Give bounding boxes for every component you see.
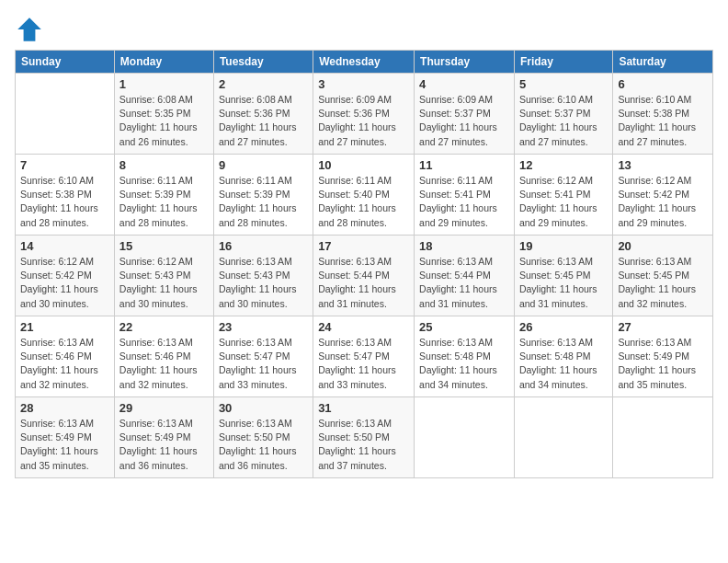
- day-info: Sunrise: 6:13 AM Sunset: 5:45 PM Dayligh…: [618, 255, 708, 311]
- day-info: Sunrise: 6:13 AM Sunset: 5:49 PM Dayligh…: [20, 417, 109, 473]
- calendar-cell: 9Sunrise: 6:11 AM Sunset: 5:39 PM Daylig…: [213, 155, 313, 236]
- calendar-cell: 27Sunrise: 6:13 AM Sunset: 5:49 PM Dayli…: [613, 316, 713, 397]
- day-number: 14: [20, 239, 109, 253]
- day-info: Sunrise: 6:10 AM Sunset: 5:38 PM Dayligh…: [20, 174, 109, 230]
- day-info: Sunrise: 6:13 AM Sunset: 5:47 PM Dayligh…: [318, 336, 409, 392]
- weekday-sunday: Sunday: [16, 51, 115, 74]
- calendar-cell: 5Sunrise: 6:10 AM Sunset: 5:37 PM Daylig…: [514, 74, 612, 155]
- weekday-friday: Friday: [514, 51, 612, 74]
- day-info: Sunrise: 6:08 AM Sunset: 5:36 PM Dayligh…: [219, 93, 308, 149]
- day-number: 27: [618, 320, 708, 334]
- calendar-cell: 14Sunrise: 6:12 AM Sunset: 5:42 PM Dayli…: [16, 236, 115, 316]
- day-number: 25: [419, 320, 509, 334]
- day-number: 4: [419, 77, 509, 91]
- calendar-cell: 12Sunrise: 6:12 AM Sunset: 5:41 PM Dayli…: [514, 155, 612, 236]
- day-info: Sunrise: 6:12 AM Sunset: 5:42 PM Dayligh…: [618, 174, 708, 230]
- calendar-cell: 19Sunrise: 6:13 AM Sunset: 5:45 PM Dayli…: [514, 236, 612, 316]
- week-row-4: 21Sunrise: 6:13 AM Sunset: 5:46 PM Dayli…: [16, 316, 713, 397]
- week-row-2: 7Sunrise: 6:10 AM Sunset: 5:38 PM Daylig…: [16, 155, 713, 236]
- day-info: Sunrise: 6:11 AM Sunset: 5:39 PM Dayligh…: [219, 174, 308, 230]
- calendar-body: 1Sunrise: 6:08 AM Sunset: 5:35 PM Daylig…: [16, 74, 713, 478]
- calendar-cell: 4Sunrise: 6:09 AM Sunset: 5:37 PM Daylig…: [415, 74, 515, 155]
- calendar-cell: 17Sunrise: 6:13 AM Sunset: 5:44 PM Dayli…: [313, 236, 415, 316]
- calendar-cell: [514, 397, 612, 478]
- logo: [15, 15, 48, 44]
- day-info: Sunrise: 6:10 AM Sunset: 5:38 PM Dayligh…: [618, 93, 708, 149]
- calendar-cell: 18Sunrise: 6:13 AM Sunset: 5:44 PM Dayli…: [415, 236, 515, 316]
- day-number: 17: [318, 239, 409, 253]
- day-number: 13: [618, 158, 708, 172]
- week-row-5: 28Sunrise: 6:13 AM Sunset: 5:49 PM Dayli…: [16, 397, 713, 478]
- weekday-monday: Monday: [114, 51, 213, 74]
- weekday-saturday: Saturday: [613, 51, 713, 74]
- calendar-cell: 30Sunrise: 6:13 AM Sunset: 5:50 PM Dayli…: [213, 397, 313, 478]
- day-number: 23: [219, 320, 308, 334]
- logo-icon: [15, 15, 44, 44]
- day-info: Sunrise: 6:13 AM Sunset: 5:50 PM Dayligh…: [219, 417, 308, 473]
- calendar-cell: 1Sunrise: 6:08 AM Sunset: 5:35 PM Daylig…: [114, 74, 213, 155]
- calendar-cell: [415, 397, 515, 478]
- day-number: 24: [318, 320, 409, 334]
- day-number: 5: [519, 77, 608, 91]
- day-number: 26: [519, 320, 608, 334]
- weekday-thursday: Thursday: [415, 51, 515, 74]
- day-number: 15: [119, 239, 209, 253]
- day-info: Sunrise: 6:11 AM Sunset: 5:39 PM Dayligh…: [119, 174, 209, 230]
- calendar-cell: 31Sunrise: 6:13 AM Sunset: 5:50 PM Dayli…: [313, 397, 415, 478]
- day-number: 6: [618, 77, 708, 91]
- calendar-cell: 28Sunrise: 6:13 AM Sunset: 5:49 PM Dayli…: [16, 397, 115, 478]
- day-number: 30: [219, 401, 308, 415]
- day-number: 10: [318, 158, 409, 172]
- calendar-cell: 2Sunrise: 6:08 AM Sunset: 5:36 PM Daylig…: [213, 74, 313, 155]
- day-info: Sunrise: 6:12 AM Sunset: 5:41 PM Dayligh…: [519, 174, 608, 230]
- day-info: Sunrise: 6:12 AM Sunset: 5:43 PM Dayligh…: [119, 255, 209, 311]
- day-info: Sunrise: 6:11 AM Sunset: 5:41 PM Dayligh…: [419, 174, 509, 230]
- calendar-cell: 13Sunrise: 6:12 AM Sunset: 5:42 PM Dayli…: [613, 155, 713, 236]
- day-info: Sunrise: 6:09 AM Sunset: 5:36 PM Dayligh…: [318, 93, 409, 149]
- calendar-cell: [613, 397, 713, 478]
- day-number: 21: [20, 320, 109, 334]
- day-number: 9: [219, 158, 308, 172]
- calendar-cell: 11Sunrise: 6:11 AM Sunset: 5:41 PM Dayli…: [415, 155, 515, 236]
- day-number: 22: [119, 320, 209, 334]
- day-number: 7: [20, 158, 109, 172]
- day-number: 8: [119, 158, 209, 172]
- day-number: 16: [219, 239, 308, 253]
- calendar-cell: 21Sunrise: 6:13 AM Sunset: 5:46 PM Dayli…: [16, 316, 115, 397]
- calendar-cell: 16Sunrise: 6:13 AM Sunset: 5:43 PM Dayli…: [213, 236, 313, 316]
- header: [15, 15, 713, 44]
- calendar-cell: 3Sunrise: 6:09 AM Sunset: 5:36 PM Daylig…: [313, 74, 415, 155]
- day-info: Sunrise: 6:08 AM Sunset: 5:35 PM Dayligh…: [119, 93, 209, 149]
- week-row-3: 14Sunrise: 6:12 AM Sunset: 5:42 PM Dayli…: [16, 236, 713, 316]
- calendar-cell: 10Sunrise: 6:11 AM Sunset: 5:40 PM Dayli…: [313, 155, 415, 236]
- calendar-table: SundayMondayTuesdayWednesdayThursdayFrid…: [15, 50, 713, 478]
- day-number: 19: [519, 239, 608, 253]
- day-info: Sunrise: 6:13 AM Sunset: 5:46 PM Dayligh…: [20, 336, 109, 392]
- day-info: Sunrise: 6:13 AM Sunset: 5:49 PM Dayligh…: [618, 336, 708, 392]
- day-number: 1: [119, 77, 209, 91]
- weekday-tuesday: Tuesday: [213, 51, 313, 74]
- day-info: Sunrise: 6:13 AM Sunset: 5:49 PM Dayligh…: [119, 417, 209, 473]
- calendar-cell: 20Sunrise: 6:13 AM Sunset: 5:45 PM Dayli…: [613, 236, 713, 316]
- day-info: Sunrise: 6:09 AM Sunset: 5:37 PM Dayligh…: [419, 93, 509, 149]
- calendar-cell: 25Sunrise: 6:13 AM Sunset: 5:48 PM Dayli…: [415, 316, 515, 397]
- day-info: Sunrise: 6:13 AM Sunset: 5:44 PM Dayligh…: [419, 255, 509, 311]
- day-number: 29: [119, 401, 209, 415]
- day-number: 3: [318, 77, 409, 91]
- calendar-cell: 29Sunrise: 6:13 AM Sunset: 5:49 PM Dayli…: [114, 397, 213, 478]
- day-info: Sunrise: 6:12 AM Sunset: 5:42 PM Dayligh…: [20, 255, 109, 311]
- day-info: Sunrise: 6:13 AM Sunset: 5:46 PM Dayligh…: [119, 336, 209, 392]
- calendar-cell: 8Sunrise: 6:11 AM Sunset: 5:39 PM Daylig…: [114, 155, 213, 236]
- calendar-cell: 6Sunrise: 6:10 AM Sunset: 5:38 PM Daylig…: [613, 74, 713, 155]
- svg-marker-0: [17, 17, 41, 41]
- day-number: 28: [20, 401, 109, 415]
- day-info: Sunrise: 6:13 AM Sunset: 5:45 PM Dayligh…: [519, 255, 608, 311]
- weekday-wednesday: Wednesday: [313, 51, 415, 74]
- day-info: Sunrise: 6:10 AM Sunset: 5:37 PM Dayligh…: [519, 93, 608, 149]
- calendar-cell: 7Sunrise: 6:10 AM Sunset: 5:38 PM Daylig…: [16, 155, 115, 236]
- calendar-cell: 26Sunrise: 6:13 AM Sunset: 5:48 PM Dayli…: [514, 316, 612, 397]
- weekday-header-row: SundayMondayTuesdayWednesdayThursdayFrid…: [16, 51, 713, 74]
- day-number: 31: [318, 401, 409, 415]
- day-info: Sunrise: 6:13 AM Sunset: 5:43 PM Dayligh…: [219, 255, 308, 311]
- day-info: Sunrise: 6:11 AM Sunset: 5:40 PM Dayligh…: [318, 174, 409, 230]
